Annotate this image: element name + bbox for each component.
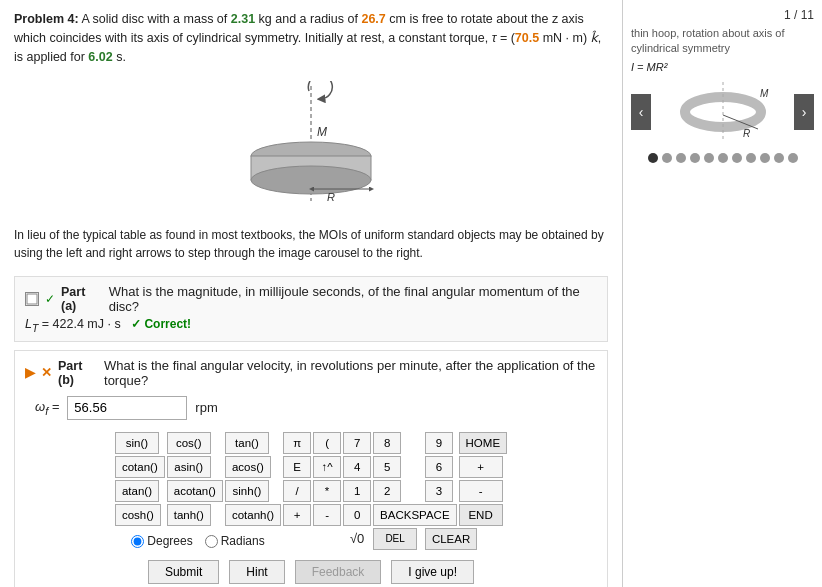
minus-button[interactable]: - (459, 480, 503, 502)
tanh-button[interactable]: tanh() (167, 504, 211, 526)
plus-button[interactable]: + (459, 456, 503, 478)
carousel-formula: I = MR² (631, 61, 814, 73)
eight-button[interactable]: 8 (373, 432, 401, 454)
part-a-question: What is the magnitude, in millijoule sec… (109, 284, 597, 314)
time-value: 6.02 (88, 50, 112, 64)
dot-7 (732, 153, 742, 163)
hint-button[interactable]: Hint (229, 560, 284, 584)
carousel-prev-button[interactable]: ‹ (631, 94, 651, 130)
carousel-description: In lieu of the typical table as found in… (14, 226, 608, 262)
asin-button[interactable]: asin() (167, 456, 211, 478)
carousel-counter: 1 / 11 (631, 8, 814, 22)
one-button[interactable]: 1 (343, 480, 371, 502)
part-a-answer: LT = 422.4 mJ · s ✓ Correct! (25, 317, 597, 334)
hoop-svg: M R (668, 77, 778, 147)
radians-radio[interactable] (205, 535, 218, 548)
omega-input[interactable] (67, 396, 187, 420)
end-button[interactable]: END (459, 504, 503, 526)
home-button[interactable]: HOME (459, 432, 508, 454)
nine-button[interactable]: 9 (425, 432, 453, 454)
svg-point-4 (251, 166, 371, 194)
dot-2 (662, 153, 672, 163)
sin-button[interactable]: sin() (115, 432, 159, 454)
mass-value: 2.31 (231, 12, 255, 26)
tan-button[interactable]: tan() (225, 432, 269, 454)
angle-radio-group: Degrees Radians (115, 534, 281, 548)
carousel-dots (631, 153, 814, 163)
radians-option[interactable]: Radians (205, 534, 265, 548)
disc-svg: M R (201, 81, 421, 211)
acos-button[interactable]: acos() (225, 456, 271, 478)
dot-1 (648, 153, 658, 163)
degrees-option[interactable]: Degrees (131, 534, 192, 548)
dot-10 (774, 153, 784, 163)
part-b-section: ▶ ✕ Part (b) What is the final angular v… (14, 350, 608, 587)
disc-image: M R (14, 76, 608, 216)
dot-5 (704, 153, 714, 163)
svg-text:M: M (760, 88, 769, 99)
part-a-section: ✓ Part (a) What is the magnitude, in mil… (14, 276, 608, 342)
carousel-type: thin hoop, rotation about axis of cylind… (631, 26, 814, 57)
radius-value: 26.7 (361, 12, 385, 26)
dot-11 (788, 153, 798, 163)
found-text: found (165, 228, 195, 242)
multiply-button[interactable]: * (313, 480, 341, 502)
dot-8 (746, 153, 756, 163)
part-b-arrow-icon: ▶ (25, 365, 35, 380)
keypad-table: sin() cos() tan() π ( 7 8 9 HOME cotan()… (113, 430, 509, 552)
cotanh-button[interactable]: cotanh() (225, 504, 281, 526)
bottom-buttons: Submit Hint Feedback I give up! (25, 560, 597, 584)
checkbox-icon (26, 293, 38, 305)
five-button[interactable]: 5 (373, 456, 401, 478)
three-button[interactable]: 3 (425, 480, 453, 502)
part-a-checkbox (25, 292, 39, 306)
dot-6 (718, 153, 728, 163)
del-button[interactable]: DEL (373, 528, 417, 550)
answer-input-row: ωf = rpm (35, 396, 597, 420)
svg-text:M: M (317, 125, 327, 139)
dot-3 (676, 153, 686, 163)
minus2-button[interactable]: - (313, 504, 341, 526)
pi-button[interactable]: π (283, 432, 311, 454)
cosh-button[interactable]: cosh() (115, 504, 161, 526)
carousel-next-button[interactable]: › (794, 94, 814, 130)
svg-rect-7 (27, 294, 37, 304)
correct-badge: ✓ Correct! (131, 317, 191, 331)
carousel-nav: ‹ M R › (631, 77, 814, 147)
cos-button[interactable]: cos() (167, 432, 211, 454)
degrees-radio[interactable] (131, 535, 144, 548)
torque-value: 70.5 (515, 31, 539, 45)
part-b-question: What is the final angular velocity, in r… (104, 358, 597, 388)
part-b-label: Part (b) (58, 359, 98, 387)
backspace-button[interactable]: BACKSPACE (373, 504, 456, 526)
four-button[interactable]: 4 (343, 456, 371, 478)
seven-button[interactable]: 7 (343, 432, 371, 454)
clear-button[interactable]: CLEAR (425, 528, 477, 550)
sinh-button[interactable]: sinh() (225, 480, 269, 502)
cotan-button[interactable]: cotan() (115, 456, 165, 478)
submit-button[interactable]: Submit (148, 560, 219, 584)
keypad-area: sin() cos() tan() π ( 7 8 9 HOME cotan()… (25, 430, 597, 552)
e-button[interactable]: E (283, 456, 311, 478)
dot-4 (690, 153, 700, 163)
two-button[interactable]: 2 (373, 480, 401, 502)
part-b-x-icon: ✕ (41, 365, 52, 380)
sqrt-symbol: √0 (350, 531, 364, 546)
six-button[interactable]: 6 (425, 456, 453, 478)
atan-button[interactable]: atan() (115, 480, 159, 502)
dot-9 (760, 153, 770, 163)
feedback-button: Feedback (295, 560, 382, 584)
problem-text: Problem 4: A solid disc with a mass of 2… (14, 10, 608, 66)
svg-text:R: R (743, 128, 750, 139)
right-panel: 1 / 11 thin hoop, rotation about axis of… (622, 0, 822, 587)
unit-label: rpm (195, 400, 217, 415)
zero-button[interactable]: 0 (343, 504, 371, 526)
plus2-button[interactable]: + (283, 504, 311, 526)
divide-button[interactable]: / (283, 480, 311, 502)
part-a-label: Part (a) (61, 285, 103, 313)
input-label: ωf = (35, 399, 59, 417)
open-paren-button[interactable]: ( (313, 432, 341, 454)
give-up-button[interactable]: I give up! (391, 560, 474, 584)
exp-button[interactable]: ↑^ (313, 456, 341, 478)
acotan-button[interactable]: acotan() (167, 480, 223, 502)
